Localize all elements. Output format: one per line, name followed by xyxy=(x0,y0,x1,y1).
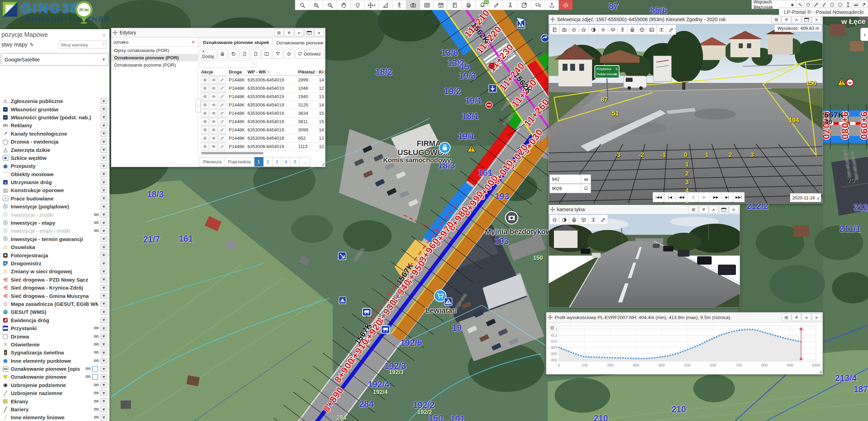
layer-dropdown-button[interactable]: ▼ xyxy=(101,390,107,396)
editor-list-item[interactable]: Oznakowanie pionowe (POR) xyxy=(111,54,198,61)
edit-row-button[interactable] xyxy=(218,126,226,134)
layer-dropdown-button[interactable]: ▼ xyxy=(101,139,107,145)
columns-button[interactable] xyxy=(262,49,272,59)
layer-settings-gears-icon[interactable]: ⚙⚙ xyxy=(90,342,98,347)
drag-handle-icon[interactable] xyxy=(550,207,555,212)
table-row[interactable]: P1448K6353006-645401965212 xyxy=(200,134,325,143)
resize-grip[interactable]: ◢ xyxy=(819,369,822,374)
date-picker[interactable]: 2020-11-16 ◢ xyxy=(790,193,821,202)
report-button[interactable] xyxy=(549,25,559,35)
clear-search-icon[interactable]: ✕ xyxy=(189,40,198,45)
data-source-button[interactable] xyxy=(548,324,556,333)
panel-swap-button[interactable] xyxy=(792,313,801,321)
layer-dropdown-button[interactable]: ▼ xyxy=(101,131,107,137)
layer-settings-gears-icon[interactable]: ⚙⚙ xyxy=(90,334,98,339)
layer-settings-gears-icon[interactable]: ⚙⚙ xyxy=(90,407,98,412)
layer-dropdown-button[interactable]: ▼ xyxy=(101,285,107,291)
search-button[interactable] xyxy=(295,0,309,10)
sidebar-item-16[interactable]: ⓈInwestycje - etapy i środki⚙⚙▼ xyxy=(0,227,109,235)
center-point-button[interactable] xyxy=(598,25,608,35)
layer-dropdown-button[interactable]: ▼ xyxy=(101,342,107,347)
registry-button[interactable] xyxy=(448,0,462,10)
sidebar-item-24[interactable]: ΨSieć drogowa - Gmina Muszyna▼ xyxy=(0,292,109,300)
editor-list-item[interactable]: Opisy oznakowania (POR) xyxy=(111,47,198,54)
export-csv-button[interactable] xyxy=(240,49,250,59)
layer-dropdown-button[interactable]: ▼ xyxy=(101,301,107,307)
measure-button[interactable] xyxy=(379,0,392,10)
step-back-button[interactable]: |◀ xyxy=(665,192,676,202)
print-button[interactable] xyxy=(217,49,227,59)
edit-row-button[interactable] xyxy=(218,143,226,150)
export-button[interactable] xyxy=(517,0,531,10)
resize-grip[interactable]: ◢ xyxy=(816,196,819,200)
layer-dropdown-button[interactable]: ▼ xyxy=(101,277,107,283)
snapshot-button[interactable] xyxy=(559,25,569,35)
sidebar-item-20[interactable]: ▾Drogomistrz▼ xyxy=(0,259,109,267)
frame-number[interactable]: 942 xyxy=(550,175,581,183)
share-button[interactable] xyxy=(545,0,559,10)
edit-row-button[interactable] xyxy=(218,85,226,92)
table-row[interactable]: P1448K6353006-6454019289914 xyxy=(200,76,325,84)
panel-collapse-button[interactable]: ^ xyxy=(294,29,304,36)
collapse-chevron-icon[interactable]: ∨ xyxy=(102,32,106,38)
sidebar-item-38[interactable]: ╱Bariery⚙⚙▼ xyxy=(0,405,109,413)
panel-grid-button[interactable]: ⊞ xyxy=(689,206,698,213)
panel-collapse-button[interactable]: ^ xyxy=(792,16,801,23)
view-row-button[interactable] xyxy=(210,135,218,142)
editors-search-input[interactable] xyxy=(111,40,189,45)
favorite-button[interactable] xyxy=(579,25,589,35)
layer-dropdown-button[interactable]: ▼ xyxy=(101,122,107,128)
refresh-button[interactable]: Odśwież xyxy=(295,49,323,59)
sidebar-item-21[interactable]: ⚠Zmiany w sieci drogowej▼ xyxy=(0,267,109,275)
layer-filter-input[interactable] xyxy=(59,41,106,49)
sidebar-item-4[interactable]: ↗Kanaly technologiczne▼ xyxy=(0,130,109,138)
layer-dropdown-button[interactable]: ▼ xyxy=(101,179,107,185)
view-row-button[interactable] xyxy=(210,110,218,117)
sidebar-item-35[interactable]: ◉Uzbrojenie podziemne⚙⚙▼ xyxy=(0,381,109,389)
locate-pin-button[interactable] xyxy=(351,0,365,10)
map-back-chevron-button[interactable]: ‹ xyxy=(860,28,868,41)
layer-dropdown-button[interactable]: ▼ xyxy=(101,236,107,242)
sidebar-item-32[interactable]: ●Inne elementy punktowe⚙⚙▼ xyxy=(0,357,109,365)
photo-registration-button[interactable] xyxy=(406,0,420,10)
editor-list-item[interactable]: Oznakowanie poziome (POR) xyxy=(111,61,198,69)
table-row[interactable]: P1448K6353006-6454019381115 xyxy=(200,118,325,126)
layer-dropdown-button[interactable]: ▼ xyxy=(101,155,107,161)
pagination-page-...[interactable]: ... xyxy=(300,157,310,166)
notifications-button[interactable]: 24 xyxy=(476,0,489,10)
bus-map-icon[interactable] xyxy=(381,325,390,337)
sidebar-item-33[interactable]: AbOznakowanie pionowe [opisy]⚙⚙▼ xyxy=(0,365,109,373)
layer-dropdown-button[interactable]: ▼ xyxy=(101,268,107,274)
marker-map-icon[interactable] xyxy=(488,62,495,71)
pagination-prev[interactable]: Poprzednia xyxy=(225,157,254,166)
panel-collapse-button[interactable]: ^ xyxy=(802,313,811,321)
layer-dropdown-button[interactable]: ▼ xyxy=(101,334,107,340)
view-3d-button[interactable] xyxy=(579,215,589,225)
panel-grid-button[interactable]: ⊞ xyxy=(274,29,284,36)
warn-map-icon[interactable] xyxy=(467,144,476,154)
locate-row-button[interactable] xyxy=(201,93,209,100)
layer-dropdown-button[interactable]: ▼ xyxy=(101,220,107,226)
view-row-button[interactable] xyxy=(210,93,218,100)
zoom-in-button[interactable] xyxy=(309,0,323,10)
sidebar-item-19[interactable]: ●Fotorejestracja▼ xyxy=(0,251,109,259)
drafting-button[interactable] xyxy=(503,0,517,10)
previous-button[interactable]: ◁ xyxy=(687,192,699,202)
edit-row-button[interactable] xyxy=(218,118,226,125)
locate-row-button[interactable] xyxy=(201,85,209,92)
layer-settings-gears-icon[interactable]: ⚙⚙ xyxy=(90,383,98,387)
warn-map-icon[interactable] xyxy=(837,78,846,87)
zoom-out-button[interactable] xyxy=(323,0,337,10)
locate-row-button[interactable] xyxy=(201,101,209,109)
panel-close-button[interactable]: × xyxy=(314,29,324,36)
sidebar-item-22[interactable]: ΨSieć drogowa - PZD Nowy Sącz▼ xyxy=(0,276,109,284)
sidebar-item-3[interactable]: (R)Reklamy▼ xyxy=(0,121,109,129)
layer-settings-gears-icon[interactable]: ⚙⚙ xyxy=(90,221,98,225)
layer-dropdown-button[interactable]: ▼ xyxy=(101,350,107,355)
messages-button[interactable] xyxy=(531,0,545,10)
sidebar-item-25[interactable]: ◇Mapa zasadnicza (GESUT, EGiB WMS)▼ xyxy=(0,300,109,308)
sidebar-item-34[interactable]: ▼Oznakowanie pionowe⚙⚙▼ xyxy=(0,373,109,381)
layer-dropdown-button[interactable]: ▼ xyxy=(101,414,107,420)
skip-first-button[interactable]: |◀◀ xyxy=(653,192,665,202)
draw-button[interactable] xyxy=(598,215,608,225)
